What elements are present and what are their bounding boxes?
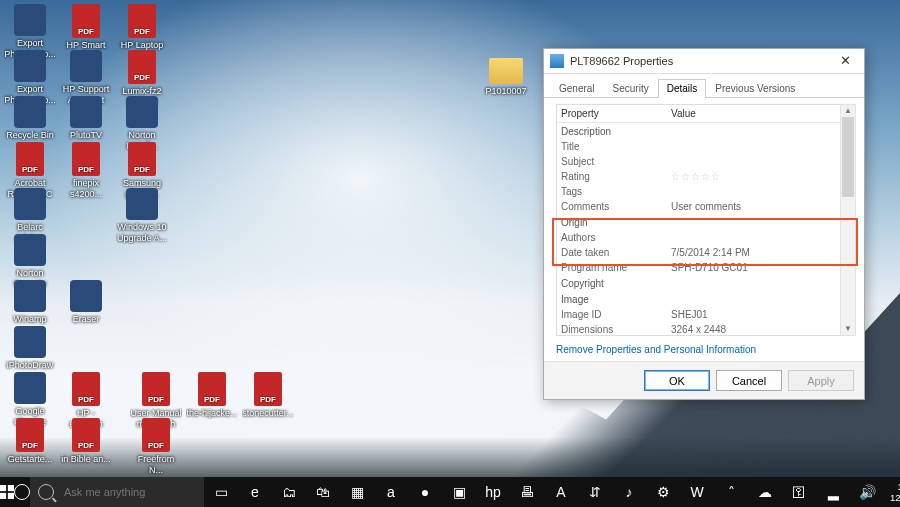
taskbar-app-edge[interactable]: e xyxy=(238,477,272,507)
desktop-icon[interactable]: Eraser xyxy=(60,280,112,325)
taskbar-app-device[interactable]: 🖶 xyxy=(510,477,544,507)
taskbar-app-usb[interactable]: ⇵ xyxy=(578,477,612,507)
desktop-icon[interactable]: Winamp xyxy=(4,280,56,325)
desktop-icon[interactable]: Getstarte... xyxy=(4,418,56,465)
scroll-thumb[interactable] xyxy=(842,117,854,197)
property-name: Image ID xyxy=(561,309,671,320)
desktop-icon[interactable]: Windows 10 Upgrade A... xyxy=(116,188,168,244)
desktop-icon-folder[interactable]: P1010007 xyxy=(480,54,532,97)
desktop-icon[interactable]: in Bible an... xyxy=(60,418,112,465)
dialog-icon xyxy=(550,54,564,68)
tray-network-icon[interactable]: ⚿ xyxy=(782,477,816,507)
pdf-file-icon xyxy=(142,372,170,406)
property-row[interactable]: Subject xyxy=(557,154,843,169)
app-icon xyxy=(14,188,46,220)
apply-button[interactable]: Apply xyxy=(788,370,854,391)
taskbar-app-task-view[interactable]: ▭ xyxy=(204,477,238,507)
properties-dialog: PLT89662 Properties ✕ General Security D… xyxy=(543,48,865,400)
tray-onedrive-icon[interactable]: ☁ xyxy=(748,477,782,507)
taskbar-app-hp[interactable]: hp xyxy=(476,477,510,507)
taskbar-app-photos[interactable]: ▣ xyxy=(442,477,476,507)
search-box[interactable] xyxy=(30,477,204,507)
app-icon xyxy=(70,50,102,82)
search-input[interactable] xyxy=(62,485,196,499)
ok-button[interactable]: OK xyxy=(644,370,710,391)
cortana-ring-icon xyxy=(14,484,30,500)
taskbar-app-settings[interactable]: ⚙ xyxy=(646,477,680,507)
desktop-icon[interactable]: HP Laptop xyxy=(116,4,168,51)
property-row[interactable]: Title xyxy=(557,139,843,154)
property-name: Comments xyxy=(561,201,671,212)
col-property: Property xyxy=(561,108,671,119)
clock-date: 12/29/2016 xyxy=(890,492,900,503)
clock-time: 10:28 AM xyxy=(890,481,900,492)
scroll-up-arrow[interactable]: ▲ xyxy=(841,105,855,117)
property-row[interactable]: CommentsUser comments xyxy=(557,199,843,214)
remove-properties-link[interactable]: Remove Properties and Personal Informati… xyxy=(556,344,756,355)
scroll-down-arrow[interactable]: ▼ xyxy=(841,323,855,335)
tray-volume-icon[interactable]: 🔊 xyxy=(850,477,884,507)
pdf-file-icon xyxy=(254,372,282,406)
property-value xyxy=(671,186,839,197)
property-value: SHEJ01 xyxy=(671,309,839,320)
property-value: 3264 x 2448 xyxy=(671,324,839,335)
dialog-titlebar[interactable]: PLT89662 Properties ✕ xyxy=(544,49,864,74)
start-button[interactable] xyxy=(0,477,14,507)
tab-previous-versions[interactable]: Previous Versions xyxy=(706,79,804,98)
property-row[interactable]: Rating☆☆☆☆☆ xyxy=(557,169,843,184)
tab-details[interactable]: Details xyxy=(658,79,707,98)
cancel-button[interactable]: Cancel xyxy=(716,370,782,391)
taskbar-app-amazon[interactable]: a xyxy=(374,477,408,507)
pdf-file-icon xyxy=(128,142,156,176)
desktop-icon-label: Winamp xyxy=(4,314,56,325)
desktop-icon-label: Freefrom N... xyxy=(130,454,182,476)
desktop-icon[interactable]: the-hijacke... xyxy=(186,372,238,419)
highlight-origin xyxy=(552,218,858,266)
property-value xyxy=(671,141,839,152)
desktop-icon-label: Recycle Bin xyxy=(4,130,56,141)
dialog-button-row: OK Cancel Apply xyxy=(544,361,864,399)
taskbar-app-file-explorer[interactable]: 🗂 xyxy=(272,477,306,507)
desktop-icon-label: PlutoTV xyxy=(60,130,112,141)
taskbar-app-store[interactable]: 🛍 xyxy=(306,477,340,507)
tray-wifi-icon[interactable]: ▂ xyxy=(816,477,850,507)
property-row[interactable]: Tags xyxy=(557,184,843,199)
tray-show-hidden[interactable]: ˄ xyxy=(714,477,748,507)
property-group-header: Description xyxy=(557,123,843,139)
desktop-icon-label: the-hijacke... xyxy=(186,408,238,419)
tab-security[interactable]: Security xyxy=(604,79,658,98)
pdf-file-icon xyxy=(128,50,156,84)
desktop-icon[interactable]: Recycle Bin xyxy=(4,96,56,141)
pdf-file-icon xyxy=(16,142,44,176)
property-group-header: Copyright xyxy=(557,275,843,291)
property-row[interactable]: Image IDSHEJ01 xyxy=(557,307,843,322)
dialog-tabs: General Security Details Previous Versio… xyxy=(544,74,864,98)
taskbar-app-app-a[interactable]: ● xyxy=(408,477,442,507)
taskbar-clock[interactable]: 10:28 AM 12/29/2016 xyxy=(884,481,900,503)
desktop-icon[interactable]: Freefrom N... xyxy=(130,418,182,476)
app-icon xyxy=(14,326,46,358)
property-name: Tags xyxy=(561,186,671,197)
remove-properties-row: Remove Properties and Personal Informati… xyxy=(544,340,864,361)
desktop-icon[interactable]: finepix s4200... xyxy=(60,142,112,200)
property-row[interactable]: Dimensions3264 x 2448 xyxy=(557,322,843,336)
property-name: Dimensions xyxy=(561,324,671,335)
rating-stars-icon[interactable]: ☆☆☆☆☆ xyxy=(671,171,721,182)
property-name: Title xyxy=(561,141,671,152)
pdf-file-icon xyxy=(72,4,100,38)
desktop-icon[interactable]: PlutoTV xyxy=(60,96,112,141)
desktop-icon[interactable]: stonecutter... xyxy=(242,372,294,419)
cortana-button[interactable] xyxy=(14,477,30,507)
taskbar-app-radio[interactable]: ♪ xyxy=(612,477,646,507)
app-icon xyxy=(14,372,46,404)
pdf-file-icon xyxy=(72,418,100,452)
tab-general[interactable]: General xyxy=(550,79,604,98)
taskbar-app-start-menu-tiles[interactable]: ▦ xyxy=(340,477,374,507)
taskbar-app-word[interactable]: W xyxy=(680,477,714,507)
close-button[interactable]: ✕ xyxy=(828,50,862,72)
folder-icon xyxy=(489,58,523,84)
pdf-file-icon xyxy=(198,372,226,406)
desktop-icon[interactable]: iPhotoDraw xyxy=(4,326,56,371)
taskbar-app-adobe[interactable]: A xyxy=(544,477,578,507)
property-group-header: Image xyxy=(557,291,843,307)
